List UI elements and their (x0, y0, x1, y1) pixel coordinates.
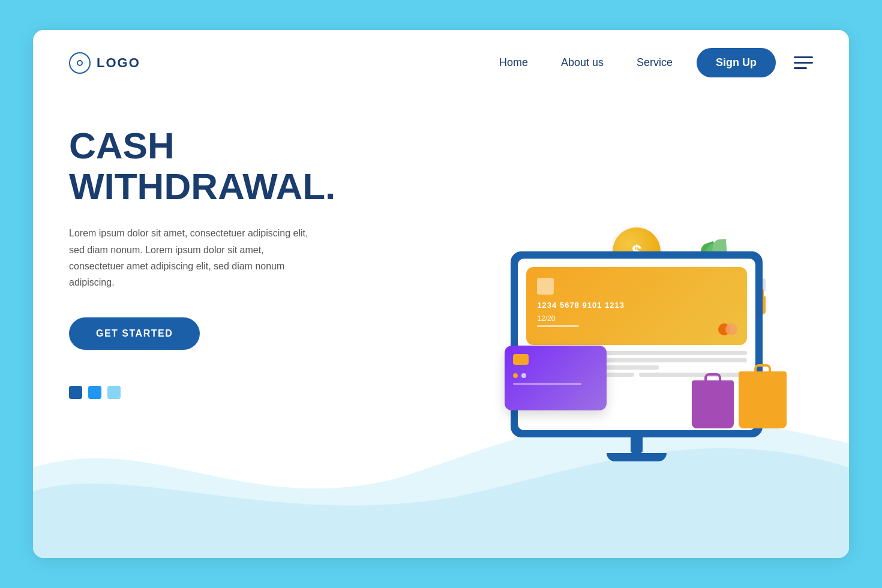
signup-button[interactable]: Sign Up (697, 48, 776, 77)
monitor-base (607, 453, 667, 461)
purple-dot-2 (521, 373, 526, 378)
main-content: CASH WITHDRAWAL. Lorem ipsum dolor sit a… (33, 95, 849, 558)
card-circle-2 (725, 323, 737, 335)
shopping-bags (692, 364, 787, 428)
monitor-neck (631, 431, 643, 453)
hamburger-line-1 (794, 56, 813, 58)
card-expiry-line (537, 325, 579, 327)
indicator-dot-1 (69, 386, 82, 399)
logo-text: LOGO (97, 55, 140, 71)
bag-body-orange (739, 371, 787, 428)
page-frame: LOGO Home About us Service Sign Up CASH … (33, 30, 849, 558)
bag-handle-orange (754, 364, 771, 371)
screen-credit-card: 1234 5678 9101 1213 12/20 (526, 267, 747, 345)
right-section: $ $ (425, 95, 849, 558)
monitor-stand (607, 431, 667, 461)
logo-inner-circle (77, 60, 83, 66)
card-chip (537, 278, 554, 295)
hero-title-line2: WITHDRAWAL. (69, 166, 335, 207)
card-number: 1234 5678 9101 1213 (537, 301, 736, 310)
purple-card-dots (513, 373, 598, 378)
logo-icon (69, 52, 91, 74)
logo-area: LOGO (69, 52, 140, 74)
purple-credit-card (505, 346, 607, 410)
indicator-dot-3 (107, 386, 121, 399)
nav-home[interactable]: Home (499, 56, 528, 69)
bag-body-purple (692, 380, 734, 428)
hero-title-line1: CASH (69, 125, 175, 166)
purple-dot-1 (513, 373, 518, 378)
hamburger-menu[interactable] (794, 56, 813, 69)
nav-links: Home About us Service (499, 56, 673, 69)
card-logo (718, 323, 737, 335)
hamburger-line-2 (794, 62, 813, 64)
bag-handle-purple (704, 373, 721, 380)
shopping-bag-orange (739, 364, 787, 428)
nav-about[interactable]: About us (561, 56, 604, 69)
nav-service[interactable]: Service (637, 56, 673, 69)
left-section: CASH WITHDRAWAL. Lorem ipsum dolor sit a… (33, 95, 425, 558)
get-started-button[interactable]: GET STARTED (69, 317, 200, 350)
hero-description: Lorem ipsum dolor sit amet, consectetuer… (69, 225, 321, 290)
card-expiry: 12/20 (537, 314, 736, 323)
navbar: LOGO Home About us Service Sign Up (33, 30, 849, 95)
hamburger-line-3 (794, 67, 807, 69)
indicator-dot-2 (88, 386, 101, 399)
hero-title: CASH WITHDRAWAL. (69, 125, 389, 207)
dots-row (69, 386, 389, 399)
shopping-bag-purple (692, 373, 734, 428)
purple-card-chip (513, 354, 529, 365)
purple-card-line (513, 383, 581, 385)
monitor-wrapper: $ $ (487, 209, 787, 461)
